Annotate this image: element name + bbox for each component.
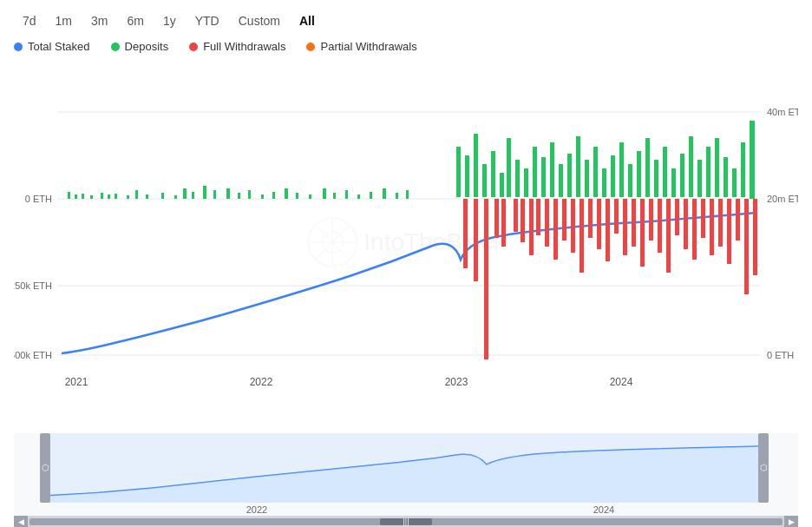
svg-rect-88 <box>474 199 478 281</box>
svg-rect-72 <box>628 164 632 197</box>
svg-rect-37 <box>238 193 240 199</box>
svg-text:2022: 2022 <box>246 504 267 515</box>
time-btn-custom[interactable]: Custom <box>230 10 289 31</box>
time-range-bar: 7d1m3m6m1yYTDCustomAll <box>14 10 798 31</box>
scroll-right-button[interactable]: ▶ <box>784 516 798 527</box>
svg-rect-108 <box>649 199 653 240</box>
svg-rect-101 <box>588 199 593 238</box>
svg-rect-28 <box>135 190 138 199</box>
svg-text:2022: 2022 <box>250 376 273 388</box>
svg-rect-117 <box>727 199 731 264</box>
svg-rect-42 <box>296 193 298 199</box>
legend-dot-deposits <box>111 43 120 51</box>
svg-rect-65 <box>567 154 572 197</box>
svg-rect-50 <box>396 193 398 199</box>
svg-rect-27 <box>127 195 129 199</box>
svg-rect-60 <box>524 168 528 197</box>
svg-text:20m ETH: 20m ETH <box>767 194 798 204</box>
legend-label-total-staked: Total Staked <box>28 40 90 53</box>
svg-rect-89 <box>484 199 488 359</box>
svg-rect-21 <box>75 194 77 199</box>
legend-item-partial-withdrawals: Partial Withdrawals <box>306 40 416 53</box>
svg-rect-70 <box>611 155 615 197</box>
svg-rect-56 <box>491 151 495 197</box>
svg-rect-115 <box>710 199 714 255</box>
svg-rect-25 <box>108 194 110 199</box>
svg-rect-118 <box>736 199 740 240</box>
svg-rect-79 <box>689 136 693 197</box>
svg-rect-47 <box>357 194 360 199</box>
svg-rect-43 <box>309 194 311 199</box>
legend-item-deposits: Deposits <box>111 40 169 53</box>
svg-rect-31 <box>174 195 177 199</box>
svg-rect-107 <box>640 199 645 267</box>
svg-rect-58 <box>507 138 511 197</box>
svg-rect-95 <box>536 199 540 235</box>
svg-rect-67 <box>585 160 589 197</box>
svg-rect-46 <box>345 190 348 199</box>
svg-rect-99 <box>571 199 575 253</box>
time-btn-7d[interactable]: 7d <box>14 10 45 31</box>
svg-rect-40 <box>272 192 275 199</box>
time-btn-6m[interactable]: 6m <box>118 10 152 31</box>
main-chart-svg: 0 ETH -250k ETH -500k ETH 40m ETH 20m ET… <box>14 60 798 399</box>
svg-rect-113 <box>692 199 697 260</box>
svg-rect-91 <box>501 199 506 247</box>
scroll-left-button[interactable]: ◀ <box>14 516 28 527</box>
svg-text:⬡: ⬡ <box>760 463 768 472</box>
svg-text:⬡: ⬡ <box>42 463 49 472</box>
scroll-thumb[interactable]: ||| <box>380 518 432 525</box>
scroll-track: ||| <box>29 518 783 525</box>
scrollbar[interactable]: ◀ ||| ▶ <box>14 516 798 527</box>
svg-rect-114 <box>701 199 705 238</box>
svg-rect-35 <box>213 190 216 199</box>
legend-item-total-staked: Total Staked <box>14 40 90 53</box>
svg-rect-29 <box>146 194 148 199</box>
svg-rect-24 <box>101 193 103 199</box>
svg-rect-74 <box>645 138 650 197</box>
svg-rect-64 <box>559 164 563 197</box>
time-btn-3m[interactable]: 3m <box>82 10 116 31</box>
svg-rect-45 <box>333 193 336 199</box>
svg-rect-33 <box>192 192 194 199</box>
svg-text:2021: 2021 <box>65 376 88 388</box>
svg-text:2024: 2024 <box>610 376 633 388</box>
svg-rect-51 <box>406 190 409 199</box>
svg-rect-73 <box>637 151 641 197</box>
time-btn-ytd[interactable]: YTD <box>187 10 228 31</box>
svg-rect-59 <box>515 160 520 197</box>
scroll-thumb-handle: ||| <box>403 517 409 526</box>
svg-rect-116 <box>718 199 723 247</box>
svg-rect-26 <box>115 194 117 199</box>
svg-rect-66 <box>576 136 580 197</box>
svg-rect-39 <box>261 194 264 199</box>
time-btn-all[interactable]: All <box>291 10 324 31</box>
legend-label-partial-withdrawals: Partial Withdrawals <box>320 40 416 53</box>
svg-rect-87 <box>463 199 468 268</box>
svg-rect-83 <box>724 157 728 197</box>
svg-text:0 ETH: 0 ETH <box>25 194 52 204</box>
chart-area: IntoTheBlock 0 ETH -250k ETH -500k ETH 4… <box>14 60 798 520</box>
time-btn-1y[interactable]: 1y <box>154 10 185 31</box>
svg-rect-55 <box>482 164 487 197</box>
svg-rect-76 <box>663 147 667 197</box>
svg-rect-78 <box>680 154 684 197</box>
svg-text:2024: 2024 <box>593 504 614 515</box>
svg-rect-119 <box>744 199 749 294</box>
svg-rect-102 <box>597 199 601 249</box>
svg-rect-38 <box>248 190 251 199</box>
svg-rect-69 <box>602 168 606 197</box>
svg-rect-110 <box>666 199 671 273</box>
svg-rect-103 <box>606 199 610 261</box>
svg-text:0 ETH: 0 ETH <box>767 350 794 360</box>
svg-rect-92 <box>514 199 518 232</box>
svg-rect-49 <box>383 188 386 199</box>
time-btn-1m[interactable]: 1m <box>47 10 81 31</box>
svg-rect-77 <box>671 168 676 197</box>
svg-rect-93 <box>521 199 525 242</box>
main-container: 7d1m3m6m1yYTDCustomAll Total Staked Depo… <box>0 0 812 527</box>
svg-rect-106 <box>632 199 636 247</box>
svg-rect-52 <box>456 147 461 197</box>
svg-rect-44 <box>323 188 326 199</box>
svg-text:-250k ETH: -250k ETH <box>14 280 52 291</box>
